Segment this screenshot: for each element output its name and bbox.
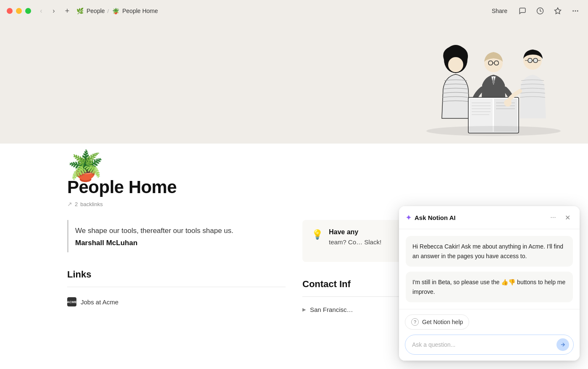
ai-send-button[interactable] (556, 338, 569, 351)
ai-message-2: I'm still in Beta, so please use the 👍👎 … (406, 272, 573, 302)
titlebar-actions: Share (488, 5, 581, 17)
get-help-button[interactable]: ? Get Notion help (405, 314, 469, 330)
contact-sf-label: San Francisc… (310, 306, 353, 313)
breadcrumb-parent-icon: 🌿 (76, 7, 84, 15)
left-column: We shape our tools, thereafter our tools… (67, 220, 286, 316)
jobs-at-acme-label: Jobs at Acme (81, 298, 118, 306)
svg-marker-1 (555, 8, 561, 14)
breadcrumb-parent-label[interactable]: People (87, 8, 105, 14)
share-button[interactable]: Share (488, 6, 511, 16)
page-icon: 🪴 (67, 149, 104, 182)
svg-point-4 (577, 10, 578, 12)
links-section-title: Links (67, 269, 286, 280)
page-title: People Home (67, 177, 521, 197)
page-icon-wrapper: 🪴 (67, 151, 104, 181)
ai-sparkle-icon: ✦ (406, 214, 411, 222)
ai-message-2-text: I'm still in Beta, so please use the 👍👎 … (412, 279, 565, 295)
svg-point-3 (575, 10, 576, 12)
backlinks-arrow-icon: ↗ (67, 201, 72, 207)
links-divider (67, 287, 286, 287)
breadcrumb-separator: / (108, 8, 109, 14)
svg-point-25 (426, 126, 561, 136)
callout-icon: 💡 (312, 229, 323, 240)
titlebar: ‹ › + 🌿 People / 🪴 People Home Share (0, 0, 588, 22)
ai-panel-header: ✦ Ask Notion AI ··· ✕ (399, 206, 580, 229)
minimize-window-button[interactable] (16, 8, 22, 14)
quote-text: We shape our tools, thereafter our tools… (75, 225, 279, 236)
contact-arrow-icon: ▶ (302, 307, 306, 312)
ai-panel: ✦ Ask Notion AI ··· ✕ Hi Rebecca Cakir! … (399, 206, 580, 361)
ai-close-button[interactable]: ✕ (562, 212, 573, 223)
maximize-window-button[interactable] (25, 8, 31, 14)
help-circle-icon: ? (411, 318, 419, 326)
breadcrumb: 🌿 People / 🪴 People Home (76, 7, 158, 15)
acme-link-icon: ACME (67, 297, 76, 306)
svg-point-2 (572, 10, 574, 12)
close-window-button[interactable] (7, 8, 13, 14)
favorite-icon-button[interactable] (552, 5, 564, 17)
ai-messages: Hi Rebecca Cakir! Ask me about anything … (399, 229, 580, 309)
back-button[interactable]: ‹ (36, 6, 46, 16)
backlinks-label: backlinks (80, 201, 102, 207)
ai-header-actions: ··· ✕ (548, 212, 573, 223)
forward-button[interactable]: › (49, 6, 59, 16)
get-help-label: Get Notion help (422, 319, 463, 325)
ai-message-1: Hi Rebecca Cakir! Ask me about anything … (406, 236, 573, 267)
breadcrumb-current-icon: 🪴 (111, 7, 120, 15)
ai-question-input[interactable] (412, 341, 553, 348)
ai-panel-footer: ? Get Notion help (399, 309, 580, 361)
list-item[interactable]: ACME Jobs at Acme (67, 294, 286, 310)
comments-icon-button[interactable] (517, 5, 528, 17)
ai-input-wrapper (405, 335, 574, 355)
window-controls (7, 8, 31, 14)
hero-illustration (420, 34, 563, 139)
svg-point-24 (504, 99, 512, 107)
nav-controls: ‹ › (36, 6, 59, 16)
ai-more-button[interactable]: ··· (548, 212, 559, 223)
history-icon-button[interactable] (534, 5, 546, 17)
hero-section (0, 22, 588, 144)
new-tab-button[interactable]: + (62, 6, 72, 16)
backlinks-count: 2 (75, 201, 78, 207)
breadcrumb-current-label[interactable]: People Home (122, 8, 158, 14)
svg-point-6 (448, 57, 463, 72)
quote-author: Marshall McLuhan (75, 239, 279, 247)
more-options-button[interactable] (570, 5, 581, 17)
ai-title-label: Ask Notion AI (415, 214, 456, 221)
ai-panel-title: ✦ Ask Notion AI (406, 214, 548, 222)
quote-block: We shape our tools, thereafter our tools… (67, 220, 286, 252)
